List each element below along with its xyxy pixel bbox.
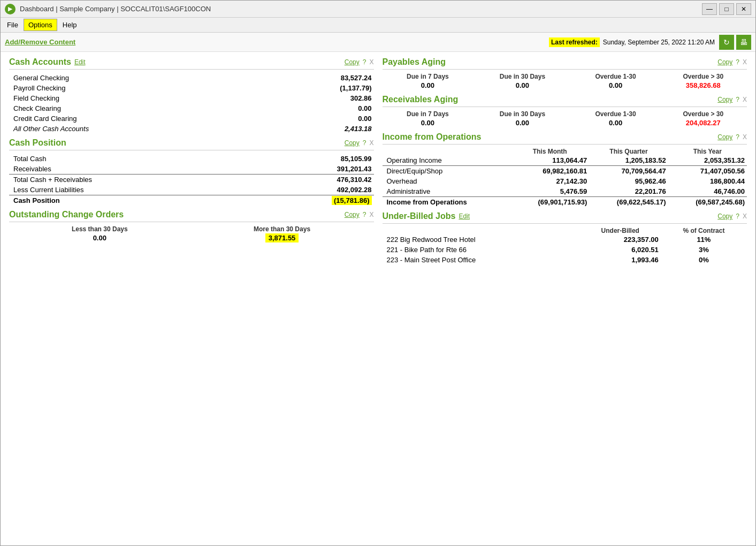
app-logo: ▶ [5,4,16,14]
title-bar: ▶ Dashboard | Sample Company | SOCCALIT0… [1,1,755,18]
refresh-icon[interactable]: ↻ [719,35,734,50]
ubj-label-2: 223 - Main Street Post Office [383,255,580,265]
pa-val2: 0.00 [473,80,571,90]
receivables-aging-help[interactable]: ? [736,96,739,103]
oco-close[interactable]: X [369,211,373,218]
last-refreshed: Last refreshed: Sunday, September 25, 20… [549,37,715,47]
cash-accounts-close[interactable]: X [369,58,373,66]
ra-val3: 0.00 [572,118,660,128]
payables-aging-copy[interactable]: Copy [717,58,732,66]
print-icon[interactable]: 🖶 [736,35,751,50]
ra-val1: 0.00 [383,118,474,128]
cash-position-help[interactable]: ? [363,139,366,147]
table-row: Field Checking 302.86 [9,93,374,103]
ubj-pct-2: 0% [661,255,747,265]
ubj-header: Under-Billed Jobs Edit Copy ? X [383,211,747,224]
pa-col1: Due in 7 Days [383,73,474,80]
table-row: Total Cash + Receivables 476,310.42 [9,175,374,185]
io-label-3: Administrative [383,186,511,197]
ubj-col-pct: % of Contract [661,227,747,234]
ubj-col-label [383,227,580,234]
menu-file[interactable]: File [3,19,22,31]
ubj-pct-0: 11% [661,234,747,245]
io-year-1: 71,407,050.56 [668,166,747,177]
ubj-copy[interactable]: Copy [717,213,732,220]
payables-aging-section: Payables Aging Copy ? X Due in 7 Days Du… [383,57,747,90]
table-row: 221 - Bike Path for Rte 66 6,020.51 3% [383,245,747,255]
table-row: Overhead 27,142.30 95,962.46 186,800.44 [383,176,747,186]
oco-col2: More than 30 Days [190,225,374,233]
receivables-aging-title: Receivables Aging [383,95,459,104]
income-operations-copy[interactable]: Copy [717,133,732,141]
cp-label-3: Less Current Liabilities [9,185,249,195]
income-operations-table: This Month This Quarter This Year Operat… [383,148,747,207]
income-operations-close[interactable]: X [743,133,747,141]
income-operations-help[interactable]: ? [736,133,739,141]
receivables-aging-close[interactable]: X [743,96,747,103]
oco-copy[interactable]: Copy [345,211,360,218]
payables-aging-header: Payables Aging Copy ? X [383,57,747,70]
ubj-label-1: 221 - Bike Path for Rte 66 [383,245,580,255]
cash-position-copy[interactable]: Copy [345,139,360,147]
cp-amount-0: 85,105.99 [249,154,374,164]
close-button[interactable]: ✕ [736,3,751,15]
payables-aging-controls: Copy ? X [717,58,747,66]
income-operations-header: Income from Operations Copy ? X [383,132,747,145]
main-content: Cash Accounts Edit Copy ? X General Chec… [1,52,755,545]
oco-help[interactable]: ? [363,211,366,218]
table-row: Direct/Equip/Shop 69,982,160.81 70,709,5… [383,166,747,177]
restore-button[interactable]: □ [719,3,734,15]
ca-label-0: General Checking [9,73,263,83]
income-operations-section: Income from Operations Copy ? X This Mon… [383,132,747,207]
ca-amount-5: 2,413.18 [263,124,374,134]
oco-header: Outstanding Change Orders Copy ? X [9,210,374,222]
ra-val2: 0.00 [473,118,571,128]
receivables-aging-header: Receivables Aging Copy ? X [383,95,747,107]
ca-amount-4: 0.00 [263,113,374,124]
oco-val1: 0.00 [9,233,190,243]
io-quarter-0: 1,205,183.52 [589,155,668,166]
ubj-edit[interactable]: Edit [459,213,470,220]
table-row: Payroll Checking (1,137.79) [9,83,374,93]
cash-accounts-edit[interactable]: Edit [74,58,86,66]
title-bar-left: ▶ Dashboard | Sample Company | SOCCALIT0… [5,4,211,14]
table-row: This Month This Quarter This Year [383,148,747,155]
payables-aging-help[interactable]: ? [736,58,739,66]
cp-label-0: Total Cash [9,154,249,164]
cash-accounts-copy[interactable]: Copy [345,58,360,66]
ca-label-5: All Other Cash Accounts [9,124,263,134]
menu-options[interactable]: Options [24,19,57,31]
cash-position-close[interactable]: X [369,139,373,147]
ubj-close[interactable]: X [743,213,747,220]
minimize-button[interactable]: — [702,3,717,15]
oco-col1: Less than 30 Days [9,225,190,233]
ubj-help[interactable]: ? [736,213,739,220]
receivables-aging-controls: Copy ? X [717,96,747,103]
cp-amount-3: 492,092.28 [249,185,374,195]
add-remove-content-button[interactable]: Add/Remove Content [5,38,75,46]
right-column: Payables Aging Copy ? X Due in 7 Days Du… [383,57,747,540]
pa-col2: Due in 30 Days [473,73,571,80]
io-year-0: 2,053,351.32 [668,155,747,166]
payables-aging-close[interactable]: X [743,58,747,66]
menu-help[interactable]: Help [58,19,81,31]
cash-accounts-help[interactable]: ? [363,58,366,66]
ca-label-1: Payroll Checking [9,83,263,93]
ca-amount-2: 302.86 [263,93,374,103]
cp-amount-1: 391,201.43 [249,164,374,175]
oco-val2: 3,871.55 [190,233,374,243]
cp-amount-4: (15,781.86) [249,195,374,206]
pa-val3: 0.00 [572,80,660,90]
pa-col4: Overdue > 30 [660,73,747,80]
table-row: General Checking 83,527.24 [9,73,374,83]
toolbar-icons: ↻ 🖶 [719,35,751,50]
last-refreshed-label: Last refreshed: [549,37,600,47]
ra-col2: Due in 30 Days [473,110,571,118]
cash-position-header: Cash Position Copy ? X [9,138,374,150]
table-row: Less Current Liabilities 492,092.28 [9,185,374,195]
io-col-quarter: This Quarter [589,148,668,155]
menu-bar: File Options Help [1,18,755,33]
income-operations-controls: Copy ? X [717,133,747,141]
receivables-aging-copy[interactable]: Copy [717,96,732,103]
io-year-2: 186,800.44 [668,176,747,186]
